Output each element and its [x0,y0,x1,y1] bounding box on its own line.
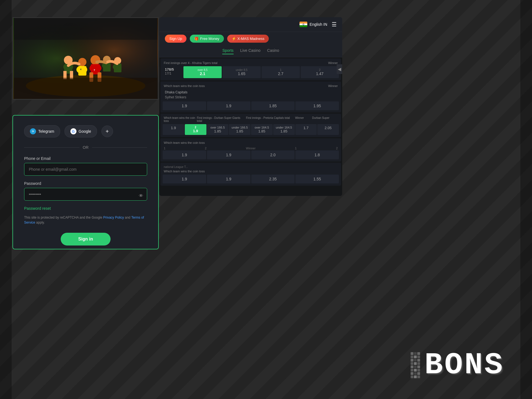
odds-label-4: 2 [302,68,337,71]
pixel-4 [411,355,413,358]
tab-casino[interactable]: Casino [267,48,279,54]
odds-cell-highlight[interactable]: over 8.5 2.1 [183,66,222,78]
match-section-2: Which team wins the coin toss Winner Dha… [160,81,341,112]
pixel-6 [417,355,420,358]
m4-col3: 1 [295,147,297,150]
xmas-button[interactable]: ⚡ X-MAS Madness [227,35,269,43]
pixel-15 [417,365,420,368]
match5-label: Which team wins the coin toss [163,169,339,175]
m5-o3[interactable]: 2.35 [251,175,295,183]
m4-o3[interactable]: 2.0 [251,150,295,159]
match5-league: national League T... [163,165,339,169]
m3-odds-hl[interactable]: 2 1.9 [185,124,206,135]
phone-email-input[interactable] [24,163,147,176]
pixel-8 [414,359,417,362]
match4-label: Which team wins the coin toss [163,140,339,146]
m3-over2[interactable]: over 164.51.85 [251,124,273,135]
phone-label: Phone or Email [24,156,147,161]
svg-rect-22 [114,64,121,72]
privacy-policy-link[interactable]: Privacy Policy [103,216,124,219]
svg-rect-24 [14,78,157,99]
m3-under[interactable]: under 166.51.85 [229,124,250,135]
match3-winner: Winner [295,116,311,122]
tab-sports[interactable]: Sports [222,48,233,54]
pixel-5 [414,355,417,358]
sports-image-panel: 7 4 [12,17,159,100]
odds-cell-2[interactable]: under 8.5 1.65 [222,66,261,78]
match2-odds-4[interactable]: 1.95 [295,101,339,110]
password-input[interactable] [24,188,147,201]
m3-odds-7[interactable]: 2.05 [317,124,339,135]
m3-odds-1[interactable]: 1.9 [163,124,184,135]
score2: 17/1 [165,71,181,75]
or-divider: OR [24,145,147,150]
team1-label: Dhaka Capitals [165,90,187,94]
and-text: and [125,216,131,219]
match2-teams: Dhaka Capitals [163,89,339,95]
signup-button[interactable]: Sign Up [165,35,186,43]
m5-o4[interactable]: 1.55 [295,175,339,183]
odds-label-1: over 8.5 [185,68,220,71]
pixel-22 [411,375,413,378]
match4-cols: 1 2 Winner 1 2 [163,146,339,150]
match1-header: First innings over 4 - Khulna Tigers tot… [163,61,339,66]
match2-odds-2[interactable]: 1.9 [207,101,250,110]
password-reset-link[interactable]: Password reset [24,206,147,211]
collapse-button[interactable]: ◀ [337,64,342,74]
score1: 178/5 [165,67,181,71]
plus-icon: + [106,128,109,135]
hamburger-menu-icon[interactable]: ☰ [332,21,337,28]
m4-o1[interactable]: 1.9 [163,150,206,159]
match3-header: Which team wins the coin toss First inni… [163,116,339,124]
m5-o1[interactable]: 1.9 [163,175,206,183]
telegram-icon: ✈ [30,128,36,134]
match3-label-durban: First innings - Durban Super Giants tota… [197,116,245,122]
m4-o2[interactable]: 1.9 [207,150,250,159]
login-panel: ✈ Telegram G Google + OR Phone or Email … [12,115,159,249]
pixel-16 [411,369,413,372]
m4-col2: 2 [205,147,206,150]
m3-odds-6[interactable]: 1.7 [295,124,317,135]
odds-cell-4[interactable]: 2 1.47 [301,66,339,78]
pixel-2 [414,352,417,355]
pixel-18 [417,369,420,372]
language-selector[interactable]: English IN [300,22,327,27]
free-money-button[interactable]: 🎁 Free Money [190,35,224,43]
m5-o2[interactable]: 1.9 [207,175,250,183]
language-label: English IN [310,22,327,27]
google-icon: G [70,128,76,134]
match2-label: Which team wins the coin toss [164,84,326,88]
match2-odds-3[interactable]: 1.85 [251,101,295,110]
odds-val-4: 1.47 [302,71,337,76]
odds-cell-3[interactable]: 1 2.7 [262,66,300,78]
telegram-login-button[interactable]: ✈ Telegram [24,125,60,137]
m4-winner: Winner [246,147,256,150]
match3-odds-grid: 1.9 2 1.9 over 166.51.85 under 166.51.85… [163,124,339,135]
match2-odds-1[interactable]: 1.9 [163,101,206,110]
match3-label-pretoria: First innings - Pretoria Capitals total [246,116,294,122]
tab-live-casino[interactable]: Live Casino [240,48,260,54]
m3-under2[interactable]: under 164.51.85 [273,124,295,135]
flag-white [300,24,307,25]
svg-text:4: 4 [80,68,81,71]
match1-odds-grid: over 8.5 2.1 under 8.5 1.65 1 2.7 2 [183,66,339,78]
flag-green [300,25,307,27]
m4-o4[interactable]: 1.8 [295,150,339,159]
google-login-button[interactable]: G Google [65,125,97,137]
match2-winner: Winner [328,84,338,88]
sign-in-button[interactable]: Sign in [61,233,111,245]
xmas-label: X-MAS Madness [237,37,265,41]
free-money-icon: 🎁 [194,37,199,41]
match3-durban-label: Durban Super [312,116,338,122]
eye-icon[interactable]: 👁 [139,193,143,198]
pixel-24 [417,375,420,378]
pixel-21 [417,372,420,375]
password-label: Password [24,181,147,186]
bons-text: BONS [424,348,504,382]
more-login-button[interactable]: + [101,126,113,137]
m3-over[interactable]: over 166.51.85 [207,124,229,135]
pixel-19 [411,372,413,375]
odds-label-3: 1 [263,68,298,71]
left-decoration [0,0,12,399]
betting-topbar: Sign Up 🎁 Free Money ⚡ X-MAS Madness [159,32,342,45]
